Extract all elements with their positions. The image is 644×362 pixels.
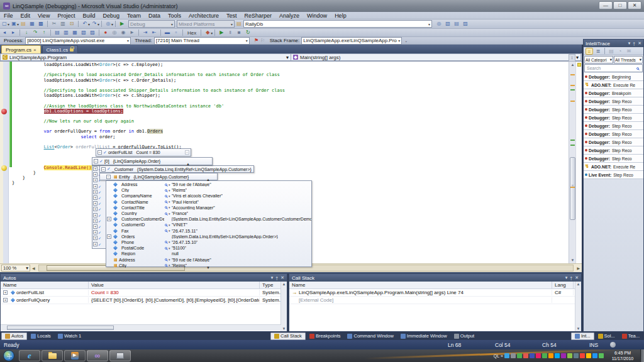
- close-icon[interactable]: ×: [33, 46, 36, 54]
- intellitrace-event[interactable]: ↯ADO.NET: Execute Re: [584, 163, 643, 171]
- tray-icon[interactable]: [530, 353, 535, 358]
- tray-icon[interactable]: [592, 353, 597, 358]
- collapse-icon[interactable]: −: [94, 159, 98, 163]
- menu-architecture[interactable]: Architecture: [185, 12, 223, 19]
- tool-tab-autos[interactable]: Autos: [1, 332, 27, 340]
- tray-icon[interactable]: [504, 353, 509, 358]
- datatip-element0[interactable]: − ✓ [0] {LinQSampleApp.Order}: [92, 157, 213, 165]
- collapse-icon[interactable]: −: [106, 175, 111, 179]
- expand-icon[interactable]: +: [93, 207, 97, 211]
- chevron-down-icon[interactable]: ▾: [169, 240, 170, 244]
- locals-window-icon[interactable]: ▥: [62, 29, 70, 36]
- menu-project[interactable]: Project: [53, 12, 79, 19]
- search-input[interactable]: Search: [584, 64, 643, 72]
- datatip-customer[interactable]: −✓_Customer{System.Data.Linq.EntityRef<L…: [99, 165, 254, 173]
- datatip-field-row[interactable]: _ContactTitle▾"Accounting Manager": [106, 205, 311, 211]
- datatip-entity[interactable]: −Entity{LinQSampleApp.Customer}: [99, 173, 218, 180]
- thread-filter-combo[interactable]: All Threads ▾: [614, 56, 643, 63]
- tool-tab-watch-1[interactable]: Watch 1: [55, 332, 84, 340]
- tray-icon[interactable]: [517, 353, 522, 358]
- chevron-down-icon[interactable]: ▾: [169, 212, 170, 216]
- column-header-lang[interactable]: Lang: [552, 282, 574, 288]
- scroll-up-icon[interactable]: ▲: [281, 282, 287, 286]
- menu-test[interactable]: Test: [223, 12, 241, 19]
- toolbar-overflow-icon[interactable]: ⌄: [404, 38, 408, 43]
- menu-data[interactable]: Data: [145, 12, 164, 19]
- indent-icon[interactable]: ⇥: [142, 29, 149, 36]
- tool-tab-locals[interactable]: Locals: [28, 332, 54, 340]
- flag-icon[interactable]: ⚑: [253, 38, 260, 44]
- stack-frame-combo[interactable]: LinQSampleApp.exe!LinQSampleApp.Proc▾: [301, 37, 402, 45]
- magnifier-icon[interactable]: [165, 258, 167, 261]
- tray-icon[interactable]: [555, 353, 560, 358]
- magnifier-icon[interactable]: [165, 206, 167, 209]
- intellitrace-event[interactable]: Debugger: Step Reco: [584, 122, 643, 130]
- close-icon[interactable]: ✕: [280, 275, 284, 280]
- scroll-down-icon[interactable]: ▼: [281, 327, 287, 331]
- menu-build[interactable]: Build: [79, 12, 99, 19]
- object-browser-icon[interactable]: ▨: [462, 20, 469, 28]
- cut-icon[interactable]: ✂: [50, 20, 58, 28]
- close-button[interactable]: ✕: [628, 1, 641, 9]
- datatip-field-row[interactable]: _Country▾"France": [106, 211, 311, 216]
- scroll-up-icon[interactable]: ▲: [206, 178, 210, 182]
- collapse-icon[interactable]: −: [97, 150, 102, 155]
- tray-overflow-icon[interactable]: »: [501, 354, 503, 358]
- settings-icon[interactable]: ◔: [616, 48, 624, 55]
- intellitrace-event[interactable]: Debugger: Beginning: [584, 73, 643, 81]
- save-icon[interactable]: ▦: [28, 20, 36, 28]
- expand-icon[interactable]: +: [93, 172, 97, 177]
- magnifier-icon[interactable]: [165, 241, 167, 243]
- stop-icon[interactable]: ■: [235, 29, 243, 36]
- expand-icon[interactable]: +: [107, 217, 111, 221]
- expand-icon[interactable]: +: [93, 236, 97, 240]
- breakpoint-gutter[interactable]: [3, 62, 9, 263]
- pin-icon[interactable]: ✓: [98, 236, 101, 240]
- tray-icon[interactable]: [580, 353, 585, 358]
- datatip-field-row[interactable]: _Fax▾"26.47.15.11": [106, 228, 311, 234]
- expand-icon[interactable]: +: [93, 242, 97, 246]
- pin-icon[interactable]: ✓: [98, 207, 101, 211]
- intellitrace-event[interactable]: Debugger: Step Reco: [584, 146, 643, 155]
- taskbar-clock[interactable]: 6:45 PM 11/17/2010: [606, 350, 639, 361]
- tool-tab-breakpoints[interactable]: Breakpoints: [306, 332, 344, 340]
- autos-title-bar[interactable]: Autos ▾ † ✕: [1, 274, 287, 282]
- pin-icon[interactable]: ✓: [98, 190, 101, 194]
- intellitrace-event[interactable]: Debugger: Step Reco: [584, 97, 643, 106]
- tray-icon[interactable]: [561, 353, 566, 358]
- chevron-down-icon[interactable]: ▾: [169, 189, 170, 192]
- scroll-left-icon[interactable]: ◀: [30, 266, 37, 270]
- copy-icon[interactable]: ▥: [59, 20, 67, 28]
- expand-icon[interactable]: +: [93, 230, 97, 234]
- vertical-scrollbar[interactable]: ▲▼: [280, 282, 287, 331]
- tool-tab-output[interactable]: Output: [451, 332, 478, 340]
- datatip-field-row[interactable]: +_CustomerCustomerDemos{System.Data.Linq…: [106, 216, 311, 222]
- magnifier-icon[interactable]: [165, 200, 167, 203]
- expand-icon[interactable]: +: [93, 178, 97, 182]
- pointer-mode-icon[interactable]: ►: [128, 29, 136, 36]
- step-into-icon[interactable]: ↓: [23, 29, 30, 36]
- tool-tab-tea-[interactable]: Tea...: [619, 332, 643, 340]
- scroll-up-icon[interactable]: ▲: [186, 162, 190, 166]
- chevron-down-icon[interactable]: ▾: [169, 194, 170, 198]
- pin-icon[interactable]: ✓: [107, 167, 111, 172]
- intellitrace-event[interactable]: Live Event: Step Reco: [584, 171, 643, 179]
- properties-window-icon[interactable]: ▤: [453, 20, 460, 28]
- intellitrace-event[interactable]: Debugger: Step Reco: [584, 106, 643, 114]
- column-header-name[interactable]: Name: [1, 282, 89, 288]
- taskbar-ie-button[interactable]: e: [19, 350, 40, 361]
- taskbar-app-button[interactable]: [109, 350, 131, 361]
- close-icon[interactable]: ✕: [575, 275, 579, 280]
- show-desktop-button[interactable]: [640, 349, 644, 362]
- menu-tools[interactable]: Tools: [164, 12, 185, 19]
- magnifier-icon[interactable]: [165, 229, 167, 232]
- save-log-icon[interactable]: ▤: [608, 48, 615, 55]
- solution-explorer-icon[interactable]: ▧: [444, 20, 452, 28]
- tray-icon[interactable]: [586, 353, 591, 358]
- database-combo[interactable]: RallyDb▾: [243, 20, 432, 28]
- autos-window-icon[interactable]: ▦: [71, 29, 79, 36]
- chevron-down-icon[interactable]: ▾: [169, 206, 170, 209]
- tray-icon[interactable]: [599, 353, 604, 358]
- callstack-title-bar[interactable]: Call Stack ▾ † ✕: [289, 274, 581, 282]
- scroll-down-icon[interactable]: ▼: [206, 266, 210, 270]
